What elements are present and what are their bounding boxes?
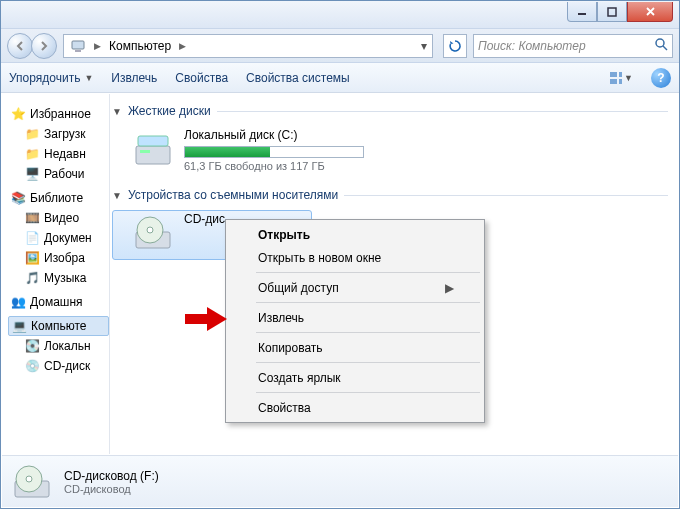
music-icon: 🎵 (24, 270, 40, 286)
sidebar-desktop[interactable]: 🖥️Рабочи (8, 164, 109, 184)
navigation-bar: ▶ Компьютер ▶ ▾ Поиск: Компьютер (1, 29, 679, 63)
breadcrumb-separator: ▶ (90, 41, 105, 51)
minimize-button[interactable] (567, 2, 597, 22)
breadcrumb-separator: ▶ (175, 41, 190, 51)
video-icon: 🎞️ (24, 210, 40, 226)
cd-drive-icon (132, 212, 174, 254)
forward-button[interactable] (31, 33, 57, 59)
collapse-icon: ▼ (112, 106, 122, 117)
svg-rect-3 (75, 50, 81, 52)
cd-icon: 💿 (24, 358, 40, 374)
sidebar-local-disk[interactable]: 💽Локальн (8, 336, 109, 356)
cd-drive-icon (12, 462, 52, 502)
svg-rect-12 (138, 136, 168, 146)
svg-rect-16 (185, 314, 207, 324)
annotation-arrow (185, 307, 227, 334)
sidebar-pictures[interactable]: 🖼️Изобра (8, 248, 109, 268)
drive-label: CD-дис (184, 212, 225, 226)
svg-rect-0 (578, 13, 586, 15)
ctx-properties[interactable]: Свойства (228, 396, 482, 419)
navigation-pane: ⭐Избранное 📁Загрузк 📁Недавн 🖥️Рабочи 📚Би… (2, 94, 110, 454)
document-icon: 📄 (24, 230, 40, 246)
eject-button[interactable]: Извлечь (111, 71, 157, 85)
sidebar-video[interactable]: 🎞️Видео (8, 208, 109, 228)
sidebar-documents[interactable]: 📄Докумен (8, 228, 109, 248)
help-button[interactable]: ? (651, 68, 671, 88)
maximize-button[interactable] (597, 2, 627, 22)
ctx-create-shortcut[interactable]: Создать ярлык (228, 366, 482, 389)
organize-button[interactable]: Упорядочить▼ (9, 71, 93, 85)
search-input[interactable]: Поиск: Компьютер (473, 34, 673, 58)
sidebar-homegroup[interactable]: 👥Домашня (8, 292, 109, 312)
sidebar-computer[interactable]: 💻Компьюте (8, 316, 109, 336)
ctx-eject[interactable]: Извлечь (228, 306, 482, 329)
drive-usage-bar (184, 146, 364, 158)
star-icon: ⭐ (10, 106, 26, 122)
svg-rect-6 (610, 72, 617, 77)
ctx-open-new-window[interactable]: Открыть в новом окне (228, 246, 482, 269)
sidebar-favorites[interactable]: ⭐Избранное (8, 104, 109, 124)
properties-button[interactable]: Свойства (175, 71, 228, 85)
library-icon: 📚 (10, 190, 26, 206)
sidebar-recent[interactable]: 📁Недавн (8, 144, 109, 164)
drive-label: Локальный диск (C:) (184, 128, 364, 142)
svg-line-5 (663, 46, 667, 50)
status-title: CD-дисковод (F:) (64, 469, 159, 483)
svg-rect-7 (619, 72, 622, 77)
back-button[interactable] (7, 33, 33, 59)
svg-point-20 (26, 476, 32, 482)
system-properties-button[interactable]: Свойства системы (246, 71, 350, 85)
desktop-icon: 🖥️ (24, 166, 40, 182)
sidebar-cd-drive[interactable]: 💿CD-диск (8, 356, 109, 376)
svg-rect-10 (136, 146, 170, 164)
command-toolbar: Упорядочить▼ Извлечь Свойства Свойства с… (1, 63, 679, 93)
refresh-button[interactable] (443, 34, 467, 58)
svg-rect-8 (610, 79, 617, 84)
search-placeholder: Поиск: Компьютер (478, 39, 586, 53)
sidebar-libraries[interactable]: 📚Библиоте (8, 188, 109, 208)
titlebar (1, 1, 679, 29)
ctx-sharing[interactable]: Общий доступ▶ (228, 276, 482, 299)
hdd-icon: 💽 (24, 338, 40, 354)
submenu-arrow-icon: ▶ (405, 281, 454, 295)
hdd-icon (132, 128, 174, 170)
view-mode-button[interactable]: ▼ (609, 67, 633, 89)
close-button[interactable] (627, 2, 673, 22)
address-dropdown-icon[interactable]: ▾ (416, 39, 432, 53)
ctx-copy[interactable]: Копировать (228, 336, 482, 359)
computer-icon (66, 35, 90, 57)
svg-point-15 (147, 227, 153, 233)
context-menu: Открыть Открыть в новом окне Общий досту… (225, 219, 485, 423)
recent-icon: 📁 (24, 146, 40, 162)
svg-rect-1 (608, 8, 616, 16)
svg-point-4 (656, 39, 664, 47)
breadcrumb-computer[interactable]: Компьютер (105, 35, 175, 57)
svg-marker-17 (207, 307, 227, 331)
folder-icon: 📁 (24, 126, 40, 142)
picture-icon: 🖼️ (24, 250, 40, 266)
ctx-open[interactable]: Открыть (228, 223, 482, 246)
svg-rect-9 (619, 79, 622, 84)
group-hard-drives[interactable]: ▼ Жесткие диски (112, 104, 668, 118)
address-bar[interactable]: ▶ Компьютер ▶ ▾ (63, 34, 433, 58)
group-removable[interactable]: ▼ Устройства со съемными носителями (112, 188, 668, 202)
collapse-icon: ▼ (112, 190, 122, 201)
homegroup-icon: 👥 (10, 294, 26, 310)
search-icon (654, 37, 668, 54)
svg-rect-2 (72, 41, 84, 49)
status-subtitle: CD-дисковод (64, 483, 159, 495)
details-pane: CD-дисковод (F:) CD-дисковод (2, 455, 678, 507)
drive-local-c[interactable]: Локальный диск (C:) 61,3 ГБ свободно из … (112, 126, 668, 178)
computer-icon: 💻 (11, 318, 27, 334)
drive-free-text: 61,3 ГБ свободно из 117 ГБ (184, 160, 364, 172)
sidebar-music[interactable]: 🎵Музыка (8, 268, 109, 288)
sidebar-downloads[interactable]: 📁Загрузк (8, 124, 109, 144)
svg-rect-11 (140, 150, 150, 153)
